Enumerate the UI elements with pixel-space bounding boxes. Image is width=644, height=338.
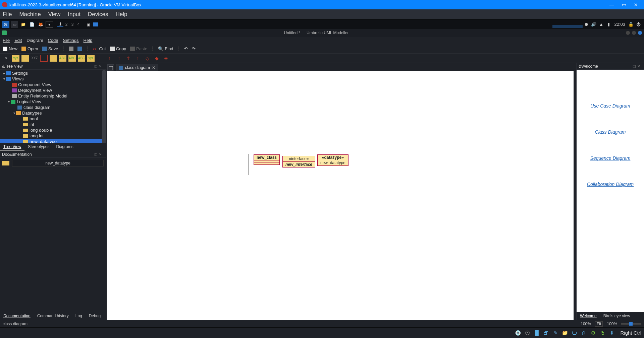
workspace-4[interactable]: 4 [75,22,82,27]
lock-icon[interactable]: 🔒 [627,22,635,27]
directed-assoc-tool[interactable]: ↑ [106,55,113,62]
print-button[interactable] [69,47,73,51]
maximize-button[interactable]: ▭ [618,0,630,9]
tree-item-views[interactable]: ▾Views [0,76,106,82]
tab-command-history[interactable]: Command history [34,312,72,320]
close-button[interactable]: ✕ [630,0,642,9]
pointer-tool[interactable]: ↖ [3,55,10,62]
documentation-name-field[interactable] [12,160,104,166]
menu-help[interactable]: Help [84,38,93,43]
note-tool[interactable]: xyz [12,55,19,62]
composition-tool[interactable]: ◆ [153,55,160,62]
network-icon[interactable]: 🗗 [542,330,550,336]
tab-log[interactable]: Log [72,312,86,320]
zoom-slider[interactable] [621,323,641,325]
zoom-fit-button[interactable]: Fit [595,321,603,327]
recorder-icon[interactable]: ⏺ [583,22,590,27]
battery-icon[interactable]: ▮ [605,22,612,27]
dock-close-icon[interactable]: ✕ [99,64,104,68]
containment-tool[interactable]: ⊕ [162,55,170,62]
uml-class[interactable]: new_class [254,154,280,165]
dock-float-icon[interactable]: ◫ [633,64,637,68]
tree-item-entity-relationship[interactable]: Entity Relationship Model [0,93,106,99]
tree-item-class-diagram[interactable]: class diagram [0,105,106,110]
volume-icon[interactable]: 🔊 [590,22,597,27]
terminal-icon[interactable]: ▾ [46,21,53,28]
show-desktop-icon[interactable]: ▭ [11,21,18,28]
mouse-icon[interactable]: 🖱 [599,330,606,336]
window-close-icon[interactable] [638,31,642,35]
aggregation-tool[interactable]: ◇ [144,55,151,62]
realization-tool[interactable]: ↑ [134,55,142,62]
tab-debug[interactable]: Debug [86,312,104,320]
vbox-menu-input[interactable]: Input [68,11,80,18]
window-maximize-icon[interactable] [632,31,636,35]
diagram-canvas[interactable]: new_class «interface» new_interface «dat… [107,71,574,320]
taskbar-app-icon[interactable] [93,22,98,26]
tab-diagrams[interactable]: Diagrams [53,143,76,151]
tree-item-deployment-view[interactable]: Deployment View [0,87,106,93]
window-list-icon[interactable]: ▣ [85,21,92,28]
association-tool[interactable]: │ [97,55,104,62]
package-tool[interactable]: ABC [78,55,85,62]
window-minimize-icon[interactable] [626,31,630,35]
tree-item-long-double[interactable]: long double [0,127,106,133]
uml-datatype[interactable]: «dataType» new_datatype [317,154,348,166]
vbox-menu-help[interactable]: Help [116,11,127,18]
hard-disk-icon[interactable]: 💿 [514,330,522,336]
tab-stereotypes[interactable]: Stereotypes [24,143,53,151]
text-tool[interactable]: XYZ [31,55,38,62]
minimize-button[interactable]: — [606,0,618,9]
tab-welcome[interactable]: Welcome [577,312,600,320]
link-class-diagram[interactable]: Class Diagram [595,129,626,135]
open-button[interactable]: Open [21,46,38,51]
dock-float-icon[interactable]: ◫ [94,64,99,68]
recording-icon[interactable]: ⎙ [580,330,587,336]
artifact-tool[interactable]: xyz [87,55,95,62]
workspace-2[interactable]: 2 [63,22,69,27]
tree-item-int[interactable]: int [0,122,106,127]
enum-tool[interactable]: ABC [68,55,76,62]
menu-file[interactable]: File [3,38,10,43]
menu-diagram[interactable]: Diagram [26,38,43,43]
uml-box[interactable] [222,154,249,175]
vbox-menu-file[interactable]: File [3,11,12,18]
uml-interface[interactable]: «interface» new_interface [282,156,315,167]
find-button[interactable]: 🔍Find [158,46,173,51]
workspace-3[interactable]: 3 [69,22,75,27]
datatype-tool[interactable]: ABC [59,55,66,62]
tree-scrollbar[interactable] [102,70,106,143]
new-diagram-tab-button[interactable]: ◫ [107,64,114,71]
tree-item-component-view[interactable]: Component View [0,82,106,87]
kali-menu-icon[interactable]: ⌘ [2,21,9,28]
files-icon[interactable]: 📁 [19,21,27,28]
new-button[interactable]: New [3,46,17,51]
undo-button[interactable]: ↶ [184,46,188,51]
vbox-menu-view[interactable]: View [48,11,61,18]
editor-icon[interactable]: 📄 [28,21,36,28]
tree-item-settings[interactable]: ▸Settings [0,70,106,76]
shared-folder-icon[interactable]: 📁 [561,330,569,336]
dock-float-icon[interactable]: ◫ [94,152,99,156]
diagram-tab[interactable]: class diagram ✕ [116,64,158,71]
usb-icon[interactable]: ✎ [552,330,559,336]
link-use-case-diagram[interactable]: Use Case Diagram [590,103,630,109]
clock[interactable]: 22:03 [612,22,627,27]
tree-view[interactable]: ▸Settings ▾Views Component View Deployme… [0,70,106,143]
interface-tool[interactable] [50,55,57,62]
class-tool[interactable] [40,55,48,62]
link-collaboration-diagram[interactable]: Collaboration Diagram [587,182,634,187]
print-preview-button[interactable] [77,47,82,51]
vbox-menu-devices[interactable]: Devices [88,11,108,18]
tree-item-logical-view[interactable]: ▾Logical View [0,99,106,105]
tab-documentation[interactable]: Documentation [0,312,34,320]
cpu-icon[interactable]: ⚙ [589,330,597,336]
tab-tree-view[interactable]: Tree View [0,143,24,151]
power-icon[interactable]: ⏻ [635,22,642,27]
tree-item-datatypes[interactable]: ▾Datatypes [0,110,106,116]
tree-item-long-int[interactable]: long int [0,133,106,139]
box-tool[interactable] [21,55,29,62]
redo-button[interactable]: ↷ [192,46,196,51]
optical-disk-icon[interactable]: ⦿ [524,330,531,336]
tree-item-new-datatype[interactable]: new_datatype [0,139,106,143]
